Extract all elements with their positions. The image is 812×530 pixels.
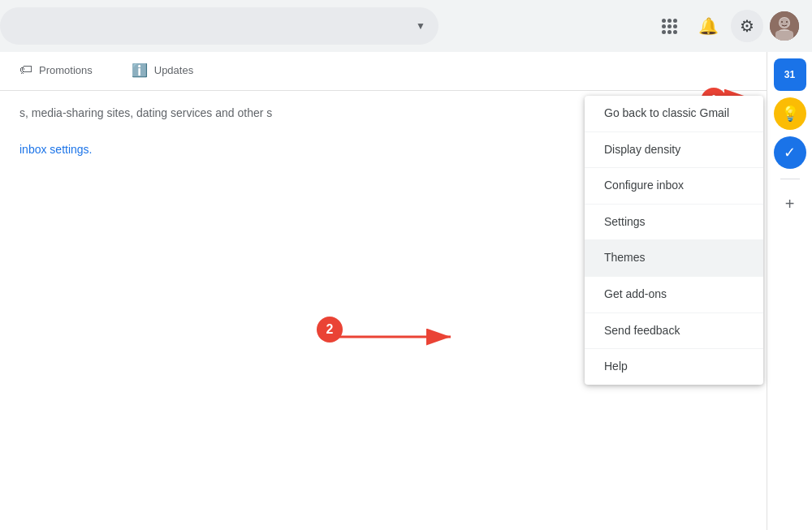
menu-item-help[interactable]: Help	[585, 349, 763, 385]
promotions-icon: 🏷	[19, 62, 32, 77]
avatar-image	[770, 11, 799, 41]
apps-dot	[673, 19, 677, 23]
promotions-label: Promotions	[39, 64, 93, 76]
apps-dot	[662, 19, 666, 23]
menu-item-addons[interactable]: Get add-ons	[585, 277, 763, 313]
tab-updates[interactable]: ℹ️ Updates	[112, 52, 213, 90]
apps-dot	[662, 24, 666, 28]
calendar-label: 31	[784, 69, 795, 80]
tasks-icon[interactable]: ✓	[774, 136, 806, 169]
calendar-icon[interactable]: 31	[774, 58, 806, 91]
right-sidebar: 31 💡 ✓ +	[767, 52, 812, 530]
apps-dot	[667, 19, 672, 23]
search-dropdown-icon[interactable]: ▼	[416, 20, 425, 32]
inbox-settings-link[interactable]: inbox settings.	[19, 143, 93, 156]
menu-item-themes[interactable]: Themes	[585, 240, 763, 277]
header-icons: 🔔 ⚙	[653, 10, 799, 42]
apps-dot	[662, 30, 666, 34]
apps-button[interactable]	[653, 10, 685, 42]
apps-dot	[673, 30, 677, 34]
tabs-bar: 🏷 Promotions ℹ️ Updates	[0, 52, 767, 91]
menu-item-configure[interactable]: Configure inbox	[585, 168, 763, 205]
updates-icon: ℹ️	[132, 62, 148, 78]
apps-dot	[673, 24, 677, 28]
plus-icon: +	[785, 195, 795, 213]
avatar[interactable]	[770, 11, 799, 41]
updates-label: Updates	[154, 64, 193, 76]
svg-point-5	[786, 21, 788, 23]
bulb-icon: 💡	[781, 105, 799, 123]
apps-dot	[667, 24, 672, 28]
svg-rect-6	[775, 31, 793, 41]
menu-item-classic[interactable]: Go back to classic Gmail	[585, 96, 763, 132]
step-2-indicator: 2	[317, 317, 343, 343]
apps-dot	[667, 30, 672, 34]
add-button[interactable]: +	[775, 189, 805, 218]
settings-dropdown: Go back to classic Gmail Display density…	[585, 96, 763, 385]
sidebar-divider	[780, 179, 800, 179]
menu-item-settings[interactable]: Settings	[585, 205, 763, 241]
header: ▼ 🔔 ⚙	[0, 0, 812, 52]
check-icon: ✓	[784, 144, 796, 162]
settings-button[interactable]: ⚙	[731, 10, 763, 42]
header-left: ▼	[0, 7, 653, 45]
notification-button[interactable]: 🔔	[692, 10, 724, 42]
search-bar[interactable]: ▼	[0, 7, 438, 45]
tab-promotions[interactable]: 🏷 Promotions	[0, 52, 112, 90]
keep-icon[interactable]: 💡	[774, 97, 806, 130]
menu-item-feedback[interactable]: Send feedback	[585, 313, 763, 350]
apps-icon	[662, 19, 677, 34]
avatar-svg	[770, 11, 799, 41]
gear-icon: ⚙	[740, 16, 754, 36]
bell-icon: 🔔	[698, 16, 719, 36]
menu-item-density[interactable]: Display density	[585, 132, 763, 169]
svg-point-4	[781, 21, 783, 23]
